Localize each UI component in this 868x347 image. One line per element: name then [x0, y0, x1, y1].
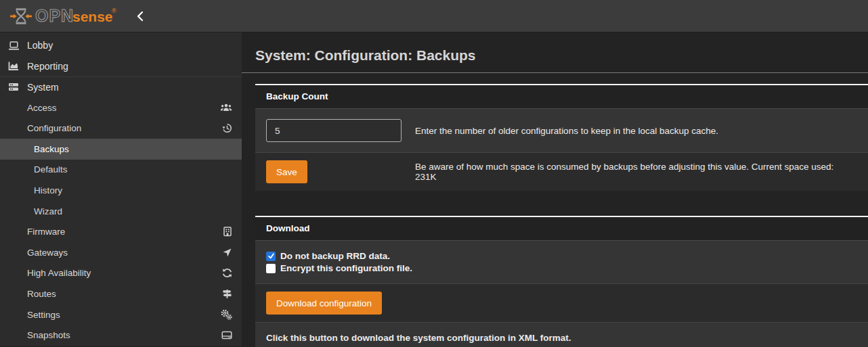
users-icon [220, 103, 232, 112]
brand-wordmark: OPN sense ® [35, 5, 122, 28]
sidebar-item-label: System [27, 82, 59, 93]
sidebar-item-firmware[interactable]: Firmware [0, 221, 242, 242]
sidebar-item-label: Access [27, 103, 57, 113]
download-note-text: Click this button to download the system… [266, 333, 571, 343]
backup-count-panel-title: Backup Count [255, 85, 868, 109]
sidebar-item-label: Reporting [27, 61, 68, 72]
opnsense-logo-icon [9, 5, 32, 27]
area-chart-icon [7, 61, 20, 71]
sidebar-item-defaults[interactable]: Defaults [0, 160, 242, 181]
encrypt-checkbox-row[interactable]: Encrypt this configuration file. [266, 263, 857, 273]
sidebar-item-label: Snapshots [27, 330, 70, 340]
no-rrd-checkbox-row[interactable]: Do not backup RRD data. [266, 251, 857, 261]
download-button-row: Download configuration [255, 284, 868, 323]
sidebar-item-label: Lobby [27, 40, 53, 51]
location-arrow-icon [222, 248, 232, 258]
sidebar-item-backups[interactable]: Backups [0, 139, 242, 160]
server-icon [7, 82, 20, 92]
sidebar-item-access[interactable]: Access [0, 97, 242, 118]
sidebar-collapse-button[interactable] [135, 10, 145, 22]
cogs-icon [221, 309, 232, 320]
sidebar-item-system[interactable]: System [0, 76, 242, 97]
download-panel-title: Download [255, 217, 868, 241]
download-configuration-button[interactable]: Download configuration [266, 292, 382, 315]
brand-text-solid: sense [72, 9, 113, 24]
sidebar-item-lobby[interactable]: Lobby [0, 35, 242, 56]
map-signs-icon [222, 289, 232, 299]
sidebar-item-label: Wizard [34, 206, 62, 216]
save-row: Save Be aware of how much space is consu… [255, 153, 868, 191]
sidebar-item-high-availability[interactable]: High Availability [0, 263, 242, 284]
save-button[interactable]: Save [266, 160, 307, 183]
check-icon [267, 252, 275, 260]
sidebar-item-label: Routes [27, 289, 56, 299]
encrypt-checkbox-label: Encrypt this configuration file. [280, 263, 412, 273]
laptop-icon [7, 41, 20, 51]
backup-count-input[interactable] [266, 119, 402, 142]
sidebar-item-wizard[interactable]: Wizard [0, 201, 242, 222]
refresh-icon [222, 268, 232, 278]
sidebar-nav: Lobby Reporting System Access Configurat… [0, 32, 242, 346]
sidebar-item-label: Configuration [27, 123, 81, 133]
sidebar-item-history[interactable]: History [0, 180, 242, 201]
main-content: System: Configuration: Backups Backup Co… [242, 32, 868, 346]
encrypt-checkbox[interactable] [266, 264, 276, 273]
sidebar-item-routes[interactable]: Routes [0, 283, 242, 304]
sidebar-item-snapshots[interactable]: Snapshots [0, 325, 242, 346]
building-icon [223, 227, 232, 237]
sidebar-item-gateways[interactable]: Gateways [0, 242, 242, 263]
sidebar-item-label: Gateways [27, 248, 68, 258]
download-options-row: Do not backup RRD data. Encrypt this con… [255, 241, 868, 284]
download-panel: Download Do not backup RRD data. [255, 216, 868, 347]
sidebar-item-label: Settings [27, 310, 60, 320]
top-bar: OPN sense ® [0, 0, 868, 32]
sidebar-item-label: High Availability [27, 268, 91, 278]
no-rrd-checkbox[interactable] [266, 252, 276, 261]
sidebar-item-label: Defaults [34, 164, 68, 175]
brand-text-outline: OPN [35, 6, 74, 25]
chevron-left-icon [135, 10, 145, 22]
sidebar-item-label: History [34, 185, 62, 195]
backup-count-panel: Backup Count Enter the number of older c… [255, 84, 868, 191]
history-icon [222, 123, 232, 133]
opnsense-logo[interactable]: OPN sense ® [9, 5, 122, 28]
sidebar-item-label: Backups [34, 144, 69, 154]
no-rrd-checkbox-label: Do not backup RRD data. [280, 251, 390, 261]
sidebar-item-settings[interactable]: Settings [0, 304, 242, 325]
sidebar-item-label: Firmware [27, 227, 65, 237]
save-help-text: Be aware of how much space is consumed b… [415, 162, 857, 182]
page-title: System: Configuration: Backups [242, 32, 868, 73]
download-note-row: Click this button to download the system… [255, 323, 868, 347]
sidebar-item-configuration[interactable]: Configuration [0, 118, 242, 139]
backup-count-row: Enter the number of older configurations… [255, 109, 868, 153]
brand-registered-mark: ® [112, 7, 116, 14]
hdd-icon [221, 330, 232, 340]
sidebar-item-reporting[interactable]: Reporting [0, 56, 242, 77]
backup-count-help-text: Enter the number of older configurations… [415, 126, 718, 136]
